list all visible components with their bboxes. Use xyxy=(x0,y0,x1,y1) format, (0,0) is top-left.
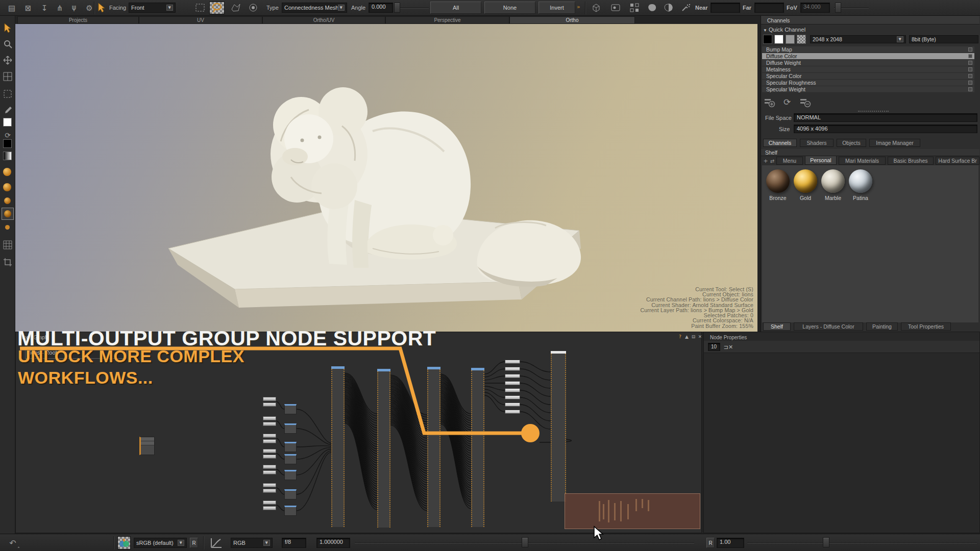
select-invert-button[interactable]: Invert xyxy=(538,2,575,14)
spray-icon[interactable] xyxy=(680,3,692,13)
graph-node[interactable] xyxy=(263,397,276,408)
channel-row-bump-map[interactable]: Bump Map xyxy=(762,46,974,53)
display-channel-dropdown[interactable]: RGB ▼ xyxy=(231,538,273,548)
channel-row-diffuse-color[interactable]: Diffuse Color xyxy=(762,53,974,60)
graph-node[interactable] xyxy=(139,437,155,455)
channel-row-specular-color[interactable]: Specular Color xyxy=(762,73,974,80)
output-node[interactable] xyxy=(505,367,520,371)
select-all-button[interactable]: All xyxy=(430,2,481,14)
output-node[interactable] xyxy=(505,403,520,407)
panel-splitter-handle[interactable] xyxy=(858,111,889,112)
paint-brush-tool-icon[interactable] xyxy=(3,106,12,115)
graph-node[interactable] xyxy=(284,506,297,516)
color-management-icon[interactable] xyxy=(117,536,131,549)
graph-node[interactable] xyxy=(263,434,276,445)
tab-channels[interactable]: Channels xyxy=(763,139,797,147)
material-swatch-bronze[interactable] xyxy=(766,169,790,193)
paint-through-tool-icon[interactable] xyxy=(3,168,11,176)
node-fork-icon[interactable]: ⋔ xyxy=(68,3,80,14)
tab-shelf[interactable]: Shelf xyxy=(763,322,791,331)
output-node[interactable] xyxy=(505,410,520,414)
group-node[interactable] xyxy=(377,371,390,528)
channels-titlebar[interactable]: Channels xyxy=(761,16,979,24)
wireframe-cube-icon[interactable] xyxy=(591,3,601,13)
patch-grid-icon[interactable] xyxy=(3,240,12,249)
marquee-tool-icon[interactable] xyxy=(3,89,12,98)
undo-icon[interactable]: ↶ xyxy=(7,537,18,548)
material-swatch-gold[interactable] xyxy=(794,169,817,193)
node-plug-icon[interactable]: ⋔ xyxy=(54,3,65,14)
viewport-tab-ortho-uv[interactable]: Ortho/UV xyxy=(262,16,385,24)
3d-viewport[interactable]: Current Tool: Select (S) Current Object:… xyxy=(15,24,757,332)
foreground-color-swatch[interactable] xyxy=(3,118,12,127)
add-channel-icon[interactable] xyxy=(764,97,775,108)
zoom-tool-icon[interactable] xyxy=(3,39,12,48)
viewport-tab-ortho[interactable]: Ortho xyxy=(509,16,635,24)
reset-gain-button[interactable]: R xyxy=(706,538,715,548)
graph-node[interactable] xyxy=(263,500,276,512)
image-view-icon[interactable] xyxy=(610,3,621,12)
exposure-slider-handle[interactable] xyxy=(522,537,528,547)
marquee-select-icon[interactable] xyxy=(195,3,205,12)
graph-node[interactable] xyxy=(263,416,276,428)
move-icon[interactable]: ✚ xyxy=(24,548,36,551)
graph-node[interactable] xyxy=(263,465,276,476)
save-project-icon[interactable]: ↧ xyxy=(39,3,50,14)
shaded-blob-icon[interactable] xyxy=(647,3,657,13)
select-tool-icon[interactable] xyxy=(3,23,12,33)
fov-field[interactable]: 34.000 xyxy=(800,3,830,13)
tab-layers-diffuse-color[interactable]: Layers - Diffuse Color xyxy=(794,322,863,331)
output-node[interactable] xyxy=(505,374,520,378)
graph-node[interactable] xyxy=(284,442,297,452)
output-node[interactable] xyxy=(505,388,520,392)
viewport-tab-projects[interactable]: Projects xyxy=(17,16,139,24)
tab-image-manager[interactable]: Image Manager xyxy=(869,139,920,147)
color-curves-icon[interactable] xyxy=(210,537,223,548)
angle-slider-handle[interactable] xyxy=(394,3,400,13)
symmetry-icon[interactable] xyxy=(629,3,640,13)
active-tool-frame[interactable] xyxy=(2,208,14,220)
graph-node[interactable] xyxy=(263,449,276,460)
eyedropper-tool-icon[interactable] xyxy=(5,225,10,230)
shelf-content-area[interactable]: Bronze Gold Marble Patina xyxy=(762,165,978,322)
reset-colorspace-button[interactable]: R xyxy=(190,538,198,548)
shelf-tab-mari-materials[interactable]: Mari Materials xyxy=(839,157,886,165)
quick-swatch-white[interactable] xyxy=(774,35,783,44)
graph-node[interactable] xyxy=(284,489,297,499)
remove-channel-icon[interactable] xyxy=(800,97,811,108)
shelf-titlebar[interactable]: Shelf xyxy=(761,149,979,156)
output-node[interactable] xyxy=(505,381,520,385)
node-graph-minimap[interactable] xyxy=(565,493,700,529)
type-dropdown[interactable]: Connectedness Mesh ▼ xyxy=(282,3,347,13)
tab-painting[interactable]: Painting xyxy=(866,322,898,331)
graph-node[interactable] xyxy=(284,423,297,434)
add-shelf-icon[interactable]: + xyxy=(763,157,768,164)
half-shaded-icon[interactable] xyxy=(664,3,674,13)
quick-swatch-transparent[interactable] xyxy=(797,35,806,44)
shelf-tab-basic-brushes[interactable]: Basic Brushes xyxy=(888,157,934,165)
clear-history-icon[interactable]: ⊐✕ xyxy=(724,343,732,351)
gradient-swatch[interactable] xyxy=(3,152,12,160)
transform-tool-icon[interactable] xyxy=(3,56,12,65)
size-field[interactable]: 4096 x 4096 xyxy=(794,124,977,133)
colorspace-dropdown[interactable]: sRGB (default) ▼ xyxy=(134,538,187,548)
exposure-field[interactable]: 1.000000 xyxy=(316,538,350,548)
group-node[interactable] xyxy=(471,370,484,527)
quick-swatch-gray[interactable] xyxy=(786,35,795,44)
node-graph-panel[interactable]: Node Graph ? ▲ ⊟ ✕ lions - Root UNLOCK M… xyxy=(15,332,702,533)
fov-slider-handle[interactable] xyxy=(835,3,841,13)
blur-tool-icon[interactable] xyxy=(4,197,11,204)
channel-row-diffuse-weight[interactable]: Diffuse Weight xyxy=(762,60,974,66)
clone-stamp-tool-icon[interactable] xyxy=(3,183,11,191)
quick-channel-header[interactable]: ▼ Quick Channel xyxy=(763,27,805,33)
fstop-field[interactable]: f/8 xyxy=(282,538,306,548)
output-node[interactable] xyxy=(505,360,520,364)
channel-row-metalness[interactable]: Metalness xyxy=(762,66,974,73)
tab-objects[interactable]: Objects xyxy=(837,139,866,147)
angle-field[interactable]: 0.000 xyxy=(369,3,393,13)
tab-tool-properties[interactable]: Tool Properties xyxy=(901,322,951,331)
tab-shaders[interactable]: Shaders xyxy=(800,139,834,147)
close-project-icon[interactable]: ⊠ xyxy=(22,3,34,14)
shelf-options-icon[interactable]: ⇄ xyxy=(769,157,775,164)
file-space-field[interactable]: NORMAL xyxy=(794,113,977,122)
